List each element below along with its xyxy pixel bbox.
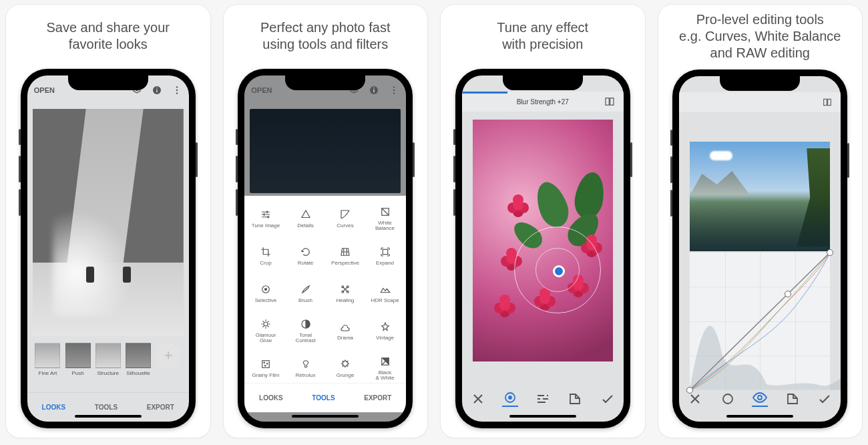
effect-indicator: Blur Strength +27 <box>517 98 569 106</box>
tool-vintage[interactable]: Vintage <box>365 312 405 349</box>
channel-visibility-button[interactable] <box>752 391 768 407</box>
screenshot-card-2: Perfect any photo fast using tools and f… <box>223 4 429 438</box>
overflow-menu-icon[interactable] <box>389 85 399 96</box>
tool-crop[interactable]: Crop <box>246 237 286 275</box>
curve-point[interactable] <box>827 249 833 256</box>
tool-retrolux[interactable]: Retrolux <box>286 349 326 387</box>
slider-progress[interactable] <box>462 92 507 94</box>
svg-point-3 <box>176 86 178 88</box>
curves-panel[interactable] <box>690 253 830 390</box>
tab-export[interactable]: EXPORT <box>364 394 391 402</box>
caption-1: Save and share your favorite looks <box>39 11 176 61</box>
screenshot-card-3: Tune any effect with precision Blur Stre… <box>440 4 646 438</box>
tool-healing[interactable]: Healing <box>325 275 365 312</box>
editor-photo[interactable] <box>33 109 184 336</box>
svg-point-14 <box>268 216 269 217</box>
open-button[interactable]: OPEN <box>251 86 272 94</box>
svg-point-11 <box>393 92 395 94</box>
open-button[interactable]: OPEN <box>34 86 55 94</box>
tool-glamour-glow[interactable]: Glamour Glow <box>246 312 286 349</box>
tab-export[interactable]: EXPORT <box>147 404 174 411</box>
svg-point-12 <box>266 211 268 212</box>
svg-point-18 <box>265 288 267 290</box>
tool-rotate[interactable]: Rotate <box>286 237 326 275</box>
channel-luminance-button[interactable] <box>720 391 736 407</box>
svg-rect-34 <box>824 99 827 105</box>
overflow-menu-icon[interactable] <box>172 85 182 96</box>
styles-button[interactable] <box>785 391 801 407</box>
apply-button[interactable] <box>600 391 616 407</box>
tool-white-balance[interactable]: White Balance <box>365 200 405 237</box>
shape-circular-button[interactable] <box>502 391 518 407</box>
svg-point-37 <box>758 396 762 400</box>
tool-grainy-film[interactable]: Grainy Film <box>246 349 286 387</box>
look-thumb[interactable]: Fine Art <box>33 343 63 376</box>
svg-point-27 <box>267 363 268 364</box>
bottom-tabs: LOOKS TOOLS EXPORT <box>244 383 406 412</box>
add-look-button[interactable]: + <box>154 343 184 368</box>
caption-4: Pro-level editing tools e.g. Curves, Whi… <box>672 11 847 61</box>
phone-frame: OPEN Tune Image Details Curves White Bal… <box>238 69 413 428</box>
svg-point-26 <box>264 362 265 363</box>
svg-point-9 <box>393 86 395 88</box>
tool-drama[interactable]: Drama <box>325 312 365 349</box>
phone-frame: OPEN Fine Art Push Structure <box>21 69 196 428</box>
screenshot-card-1: Save and share your favorite looks OPEN <box>5 4 211 438</box>
svg-point-36 <box>723 394 732 404</box>
looks-strip: Fine Art Push Structure Silhouette + <box>33 343 184 376</box>
tool-expand[interactable]: Expand <box>365 237 405 275</box>
info-icon[interactable] <box>152 85 162 96</box>
svg-point-10 <box>393 90 395 91</box>
svg-point-13 <box>264 214 265 215</box>
tool-tonal-contrast[interactable]: Tonal Contrast <box>286 312 326 349</box>
tool-hdr-scape[interactable]: HDR Scape <box>365 275 405 312</box>
tool-tune-image[interactable]: Tune Image <box>246 200 286 237</box>
apply-button[interactable] <box>817 391 833 407</box>
svg-rect-35 <box>828 99 831 105</box>
svg-point-28 <box>265 365 266 366</box>
svg-rect-7 <box>374 90 375 93</box>
svg-rect-2 <box>156 88 157 88</box>
tool-curves[interactable]: Curves <box>325 200 365 237</box>
tool-black-white[interactable]: Black & White <box>365 349 405 387</box>
curve-point[interactable] <box>785 291 791 297</box>
svg-rect-1 <box>156 90 157 93</box>
look-thumb[interactable]: Push <box>63 343 93 376</box>
tool-brush[interactable]: Brush <box>286 275 326 312</box>
editor-photo-dim <box>250 109 401 193</box>
cancel-button[interactable] <box>470 391 486 407</box>
curves-actions <box>679 386 841 412</box>
tool-perspective[interactable]: Perspective <box>325 237 365 275</box>
phone-frame: Blur Strength +27 <box>455 69 630 428</box>
curves-header <box>679 92 841 112</box>
tool-details[interactable]: Details <box>286 200 326 237</box>
cancel-button[interactable] <box>687 391 703 407</box>
caption-2: Perfect any photo fast using tools and f… <box>254 11 397 61</box>
svg-rect-30 <box>606 98 609 106</box>
tab-tools[interactable]: TOOLS <box>95 404 118 411</box>
compare-icon[interactable] <box>822 97 833 108</box>
look-thumb[interactable]: Silhouette <box>123 343 153 376</box>
effect-actions <box>462 386 624 412</box>
adjust-sliders-button[interactable] <box>535 391 551 407</box>
focus-point[interactable] <box>553 265 565 277</box>
tab-tools[interactable]: TOOLS <box>312 394 335 402</box>
info-icon[interactable] <box>369 85 379 96</box>
styles-button[interactable] <box>567 391 583 407</box>
svg-rect-25 <box>262 361 270 368</box>
svg-point-33 <box>509 396 511 399</box>
tools-sheet: Tune Image Details Curves White Balance … <box>244 196 406 384</box>
svg-point-5 <box>176 92 178 94</box>
tab-looks[interactable]: LOOKS <box>42 404 66 411</box>
svg-rect-31 <box>610 98 614 106</box>
tool-grunge[interactable]: Grunge <box>325 349 365 387</box>
editor-photo[interactable] <box>690 142 830 251</box>
compare-icon[interactable] <box>604 96 616 108</box>
tab-looks[interactable]: LOOKS <box>259 394 283 402</box>
tool-selective[interactable]: Selective <box>246 275 286 312</box>
svg-rect-16 <box>383 249 388 255</box>
effect-header: Blur Strength +27 <box>462 92 624 112</box>
svg-rect-8 <box>374 88 375 88</box>
editor-photo[interactable] <box>473 120 613 361</box>
look-thumb[interactable]: Structure <box>93 343 123 376</box>
